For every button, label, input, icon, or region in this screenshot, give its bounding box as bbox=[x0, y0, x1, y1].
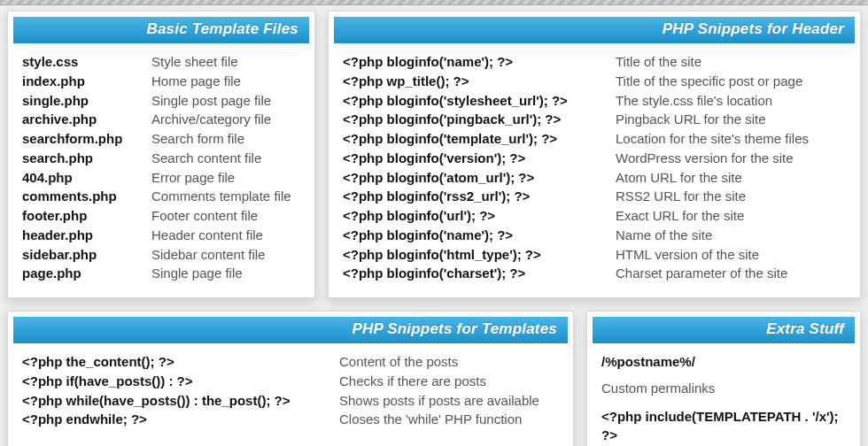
table-row: <?php if(have_posts()) : ?>Checks if the… bbox=[22, 372, 561, 391]
extra-line: Custom permalinks bbox=[601, 379, 848, 398]
code-cell: footer.php bbox=[22, 206, 151, 226]
table-row: single.phpSingle post page file bbox=[22, 91, 302, 111]
table-row: comments.phpComments template file bbox=[22, 187, 302, 206]
table-row: sidebar.phpSidebar content file bbox=[22, 245, 302, 265]
table-row: <?php bloginfo('html_type'); ?>HTML vers… bbox=[343, 245, 848, 265]
desc-cell: WordPress version for the site bbox=[616, 149, 794, 168]
code-cell: <?php bloginfo('template_url'); ?> bbox=[343, 129, 616, 149]
code-cell: <?php endwhile; ?> bbox=[22, 410, 339, 429]
card-extra-stuff: Extra Stuff /%postname%/ Custom permalin… bbox=[586, 311, 861, 446]
table-row: archive.phpArchive/category file bbox=[22, 110, 302, 129]
card-body: style.cssStyle sheet fileindex.phpHome p… bbox=[13, 43, 309, 292]
desc-cell: Exact URL for the site bbox=[616, 206, 744, 226]
card-basic-template-files: Basic Template Files style.cssStyle shee… bbox=[7, 11, 315, 298]
table-row: <?php the_content(); ?>Content of the po… bbox=[22, 352, 561, 372]
table-row: page.phpSingle page file bbox=[22, 264, 302, 283]
table-row: index.phpHome page file bbox=[22, 72, 302, 91]
table-row: <?php bloginfo('version'); ?>WordPress v… bbox=[343, 149, 848, 168]
desc-cell: Single page file bbox=[151, 264, 243, 283]
page-canvas: Basic Template Files style.cssStyle shee… bbox=[0, 5, 868, 446]
card-php-templates: PHP Snippets for Templates <?php the_con… bbox=[7, 311, 574, 446]
extra-line: <?php include(TEMPLATEPATH . '/x'); ?> bbox=[601, 407, 848, 446]
card-title: PHP Snippets for Templates bbox=[13, 317, 568, 343]
table-row: style.cssStyle sheet file bbox=[22, 52, 302, 72]
card-body: <?php bloginfo('name'); ?>Title of the s… bbox=[334, 43, 855, 292]
card-body: /%postname%/ Custom permalinks <?php inc… bbox=[593, 343, 855, 446]
desc-cell: Error page file bbox=[151, 168, 235, 188]
table-row: <?php bloginfo('rss2_url'); ?>RSS2 URL f… bbox=[343, 187, 848, 206]
code-cell: <?php if(have_posts()) : ?> bbox=[22, 372, 339, 391]
desc-cell: Charset parameter of the site bbox=[616, 264, 787, 283]
desc-cell: Search content file bbox=[151, 149, 261, 168]
desc-cell: Header content file bbox=[151, 226, 263, 245]
table-row: footer.phpFooter content file bbox=[22, 206, 302, 226]
row-1: Basic Template Files style.cssStyle shee… bbox=[7, 11, 861, 298]
desc-cell: Shows posts if posts are available bbox=[339, 391, 539, 411]
desc-cell: Pingback URL for the site bbox=[616, 110, 766, 129]
code-cell: <?php bloginfo('version'); ?> bbox=[343, 149, 616, 168]
code-cell: comments.php bbox=[22, 187, 151, 206]
code-cell: <?php bloginfo('charset'); ?> bbox=[343, 264, 616, 283]
desc-cell: Style sheet file bbox=[151, 52, 238, 72]
desc-cell: Sidebar content file bbox=[151, 245, 265, 265]
table-row: <?php bloginfo('template_url'); ?>Locati… bbox=[343, 129, 848, 149]
desc-cell: Content of the posts bbox=[339, 352, 458, 372]
code-cell: <?php while(have_posts()) : the_post(); … bbox=[22, 391, 339, 411]
desc-cell: RSS2 URL for the site bbox=[616, 187, 746, 206]
code-cell: <?php bloginfo('name'); ?> bbox=[343, 52, 616, 72]
code-cell: 404.php bbox=[22, 168, 151, 188]
desc-cell: Checks if there are posts bbox=[339, 372, 486, 391]
table-row: <?php bloginfo('url'); ?>Exact URL for t… bbox=[343, 206, 848, 226]
table-row: searchform.phpSearch form file bbox=[22, 129, 302, 149]
code-cell: style.css bbox=[22, 52, 151, 72]
table-row: <?php bloginfo('pingback_url'); ?>Pingba… bbox=[343, 110, 848, 129]
desc-cell: Archive/category file bbox=[151, 110, 271, 129]
code-cell: <?php bloginfo('html_type'); ?> bbox=[343, 245, 616, 265]
desc-cell: Comments template file bbox=[151, 187, 291, 206]
code-cell: <?php bloginfo('stylesheet_url'); ?> bbox=[343, 91, 616, 111]
code-cell: search.php bbox=[22, 149, 151, 168]
code-cell: <?php bloginfo('name'); ?> bbox=[343, 226, 616, 245]
desc-cell: Title of the site bbox=[616, 52, 701, 72]
table-row: 404.phpError page file bbox=[22, 168, 302, 188]
desc-cell: Closes the 'while' PHP function bbox=[339, 410, 522, 429]
table-row: <?php wp_title(); ?>Title of the specifi… bbox=[343, 72, 848, 91]
card-title: Basic Template Files bbox=[13, 17, 309, 43]
row-2: PHP Snippets for Templates <?php the_con… bbox=[7, 311, 861, 446]
code-cell: <?php bloginfo('url'); ?> bbox=[343, 206, 616, 226]
code-cell: page.php bbox=[22, 264, 151, 283]
code-cell: sidebar.php bbox=[22, 245, 151, 265]
code-cell: <?php the_content(); ?> bbox=[22, 352, 339, 372]
desc-cell: Name of the site bbox=[616, 226, 712, 245]
code-cell: <?php wp_title(); ?> bbox=[343, 72, 616, 91]
code-cell: <?php bloginfo('pingback_url'); ?> bbox=[343, 110, 616, 129]
table-row: header.phpHeader content file bbox=[22, 226, 302, 245]
code-cell: <?php bloginfo('atom_url'); ?> bbox=[343, 168, 616, 188]
desc-cell: HTML version of the site bbox=[616, 245, 759, 265]
desc-cell: Title of the specific post or page bbox=[616, 72, 802, 91]
desc-cell: Search form file bbox=[151, 129, 244, 149]
code-cell: <?php bloginfo('rss2_url'); ?> bbox=[343, 187, 616, 206]
desc-cell: Location for the site's theme files bbox=[616, 129, 809, 149]
table-row: search.phpSearch content file bbox=[22, 149, 302, 168]
table-row: <?php while(have_posts()) : the_post(); … bbox=[22, 391, 561, 411]
code-cell: header.php bbox=[22, 226, 151, 245]
desc-cell: Atom URL for the site bbox=[616, 168, 742, 188]
code-cell: searchform.php bbox=[22, 129, 151, 149]
code-cell: index.php bbox=[22, 72, 151, 91]
table-row: <?php bloginfo('charset'); ?>Charset par… bbox=[343, 264, 848, 283]
extra-line: /%postname%/ bbox=[601, 352, 848, 372]
card-php-header: PHP Snippets for Header <?php bloginfo('… bbox=[328, 11, 861, 298]
card-title: PHP Snippets for Header bbox=[334, 17, 855, 43]
card-body: <?php the_content(); ?>Content of the po… bbox=[13, 343, 568, 446]
table-row: <?php bloginfo('name'); ?>Name of the si… bbox=[343, 226, 848, 245]
desc-cell: Single post page file bbox=[151, 91, 271, 111]
desc-cell: Footer content file bbox=[151, 206, 258, 226]
table-row: <?php bloginfo('stylesheet_url'); ?>The … bbox=[343, 91, 848, 111]
card-title: Extra Stuff bbox=[593, 317, 855, 343]
desc-cell: The style.css file's location bbox=[616, 91, 772, 111]
table-row: <?php bloginfo('name'); ?>Title of the s… bbox=[343, 52, 848, 72]
code-cell: archive.php bbox=[22, 110, 151, 129]
table-row: <?php endwhile; ?>Closes the 'while' PHP… bbox=[22, 410, 561, 429]
desc-cell: Home page file bbox=[151, 72, 241, 91]
